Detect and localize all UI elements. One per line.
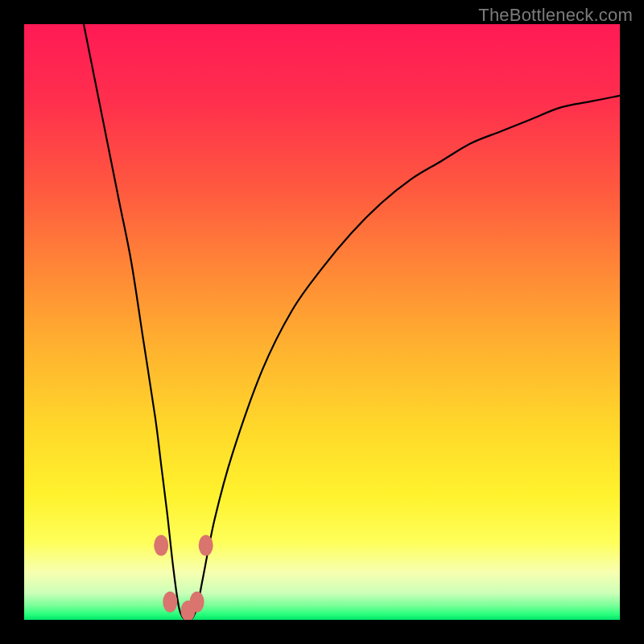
curve-markers <box>154 535 213 621</box>
curve-marker <box>154 535 168 556</box>
curve-marker <box>190 592 204 613</box>
plot-area <box>24 24 620 620</box>
curve-layer <box>24 24 620 620</box>
bottleneck-curve <box>84 24 620 620</box>
chart-frame: TheBottleneck.com <box>0 0 644 644</box>
watermark-text: TheBottleneck.com <box>478 5 633 26</box>
curve-marker <box>199 535 213 556</box>
curve-marker <box>163 592 177 613</box>
